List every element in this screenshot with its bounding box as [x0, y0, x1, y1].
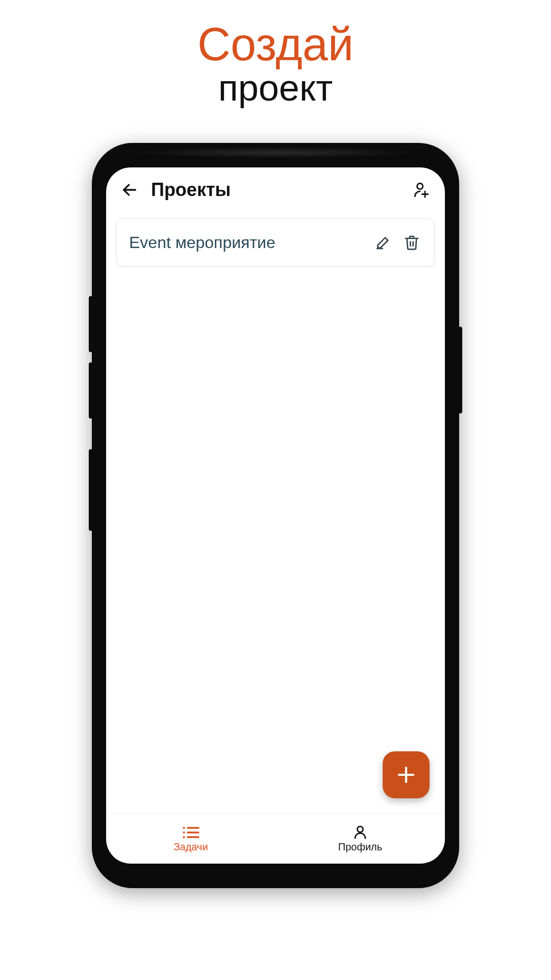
pencil-icon [375, 234, 391, 251]
nav-item-tasks[interactable]: Задачи [106, 814, 276, 864]
arrow-left-icon [121, 181, 138, 199]
hero-title: Создай проект [0, 20, 551, 107]
add-project-fab[interactable] [383, 751, 430, 798]
back-button[interactable] [118, 179, 141, 201]
edit-button[interactable] [373, 232, 393, 253]
bottom-nav: Задачи Профиль [106, 814, 445, 864]
svg-point-13 [357, 826, 363, 832]
svg-point-1 [417, 183, 423, 189]
app-header: Проекты [106, 167, 445, 212]
phone-side-button [458, 327, 462, 413]
user-icon [353, 825, 368, 840]
trash-icon [404, 234, 420, 251]
project-name: Event мероприятие [129, 233, 365, 252]
phone-side-button [89, 296, 93, 352]
nav-label-profile: Профиль [338, 841, 382, 853]
content-area: Event мероприятие [106, 212, 445, 814]
nav-item-profile[interactable]: Профиль [276, 814, 445, 864]
svg-point-9 [183, 836, 185, 838]
project-card[interactable]: Event мероприятие [116, 218, 435, 266]
phone-side-button [89, 362, 93, 419]
delete-button[interactable] [402, 232, 422, 253]
list-icon [182, 825, 200, 840]
plus-icon [395, 764, 417, 786]
hero-line2: проект [0, 69, 551, 108]
add-user-button[interactable] [410, 179, 433, 201]
phone-side-button [89, 449, 93, 531]
phone-screen: Проекты Event мероприятие [106, 167, 445, 864]
user-plus-icon [413, 181, 430, 199]
hero-line1: Создай [0, 20, 551, 69]
phone-frame: Проекты Event мероприятие [92, 143, 459, 888]
svg-point-8 [183, 831, 185, 834]
svg-point-7 [183, 827, 185, 829]
page-title: Проекты [151, 179, 400, 201]
nav-label-tasks: Задачи [173, 841, 208, 853]
